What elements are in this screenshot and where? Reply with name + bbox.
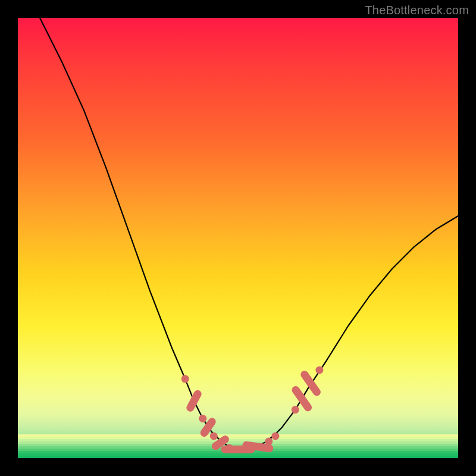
marker-pill xyxy=(185,389,203,413)
marker-dot xyxy=(315,367,323,374)
bottleneck-curve xyxy=(40,18,458,449)
curve-svg xyxy=(18,18,458,458)
marker-dot xyxy=(181,375,189,383)
watermark-text: TheBottleneck.com xyxy=(365,4,469,17)
marker-dot xyxy=(265,437,273,445)
marker-dot xyxy=(271,433,279,440)
plot-area xyxy=(18,18,458,458)
marker-dot xyxy=(292,406,299,414)
curve-markers xyxy=(181,367,324,453)
marker-dot xyxy=(199,415,206,422)
chart-stage: TheBottleneck.com xyxy=(0,0,476,476)
marker-dot xyxy=(210,433,218,440)
